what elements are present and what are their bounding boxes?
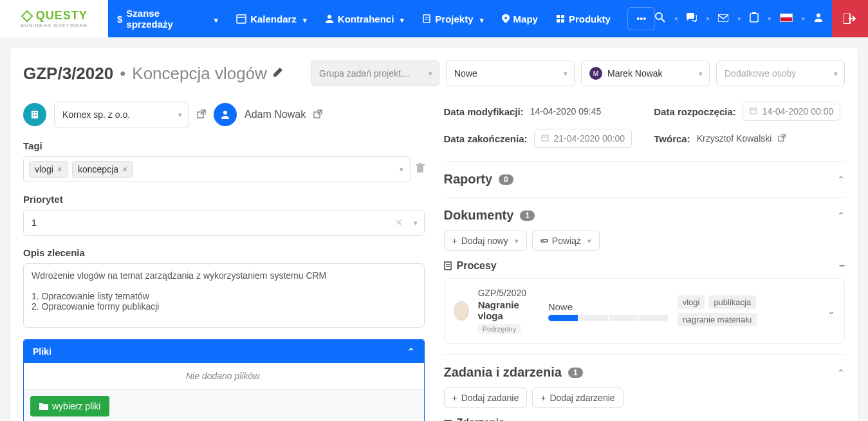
priority-label: Priorytet: [23, 194, 425, 205]
nav-contractors[interactable]: Kontrahenci: [316, 0, 414, 37]
process-avatar: [454, 301, 469, 321]
end-date-label: Data zakończenia:: [444, 133, 528, 144]
process-card[interactable]: GZP/5/2020 Nagranie vloga Podrzędny Nowe: [444, 278, 845, 344]
company-select[interactable]: Kornex sp. z o.o. ▾: [54, 102, 189, 127]
collapse-events[interactable]: −: [839, 417, 845, 421]
svg-point-10: [656, 13, 662, 19]
process-subtype: Podrzędny: [478, 324, 521, 334]
chevron-down-icon: [300, 14, 307, 24]
nav-maps[interactable]: Mapy: [493, 0, 547, 37]
choose-files-button[interactable]: wybierz pliki: [30, 396, 109, 416]
priority-select[interactable]: 1 × ▾: [23, 210, 425, 236]
reports-count-badge: 0: [499, 174, 513, 185]
svg-rect-27: [419, 163, 421, 164]
tasks-section-header[interactable]: Zadania i zdarzenia 1 ⌃: [444, 365, 845, 380]
nav-projects[interactable]: Projekty: [413, 0, 492, 37]
creator-label: Twórca:: [654, 133, 690, 144]
logout-icon: [844, 14, 856, 24]
documents-section-header[interactable]: Dokumenty 1 ⌃: [444, 208, 845, 223]
edit-title-button[interactable]: [273, 68, 282, 79]
calendar-icon: [236, 14, 246, 24]
clipboard-icon: [422, 14, 431, 23]
files-panel-header[interactable]: Pliki ⌃: [24, 340, 424, 363]
svg-rect-20: [33, 115, 34, 116]
external-link-creator[interactable]: [778, 133, 786, 144]
process-tag: publikacja: [708, 295, 756, 309]
start-date-input[interactable]: 14-04-2020 00:00: [743, 102, 841, 121]
user-icon[interactable]: [814, 13, 823, 24]
assignee-select[interactable]: M Marek Nowak ▾: [581, 61, 710, 86]
chevron-down-icon: ▾: [400, 165, 403, 174]
svg-rect-12: [718, 14, 728, 22]
chevron-down-icon: [212, 14, 218, 24]
svg-rect-21: [35, 115, 37, 116]
documents-count-badge: 1: [520, 210, 535, 221]
svg-rect-30: [542, 135, 548, 141]
delete-tags-button[interactable]: [416, 163, 425, 176]
start-date-label: Data rozpoczęcia:: [654, 106, 736, 117]
chevron-down-icon: ▾: [699, 70, 703, 78]
external-link-icon: [197, 109, 206, 118]
svg-rect-6: [557, 15, 560, 18]
nav-calendar[interactable]: Kalendarz: [227, 0, 316, 37]
tag-remove[interactable]: ×: [57, 164, 62, 174]
contact-name: Adam Nowak: [245, 109, 306, 120]
page-title: Koncepcja vlogów: [132, 64, 267, 84]
pencil-icon: [273, 68, 282, 77]
tag-chip: vlogi×: [29, 161, 68, 178]
calendar-icon: [750, 106, 757, 117]
modification-date-value: 14-04-2020 09:45: [530, 106, 602, 117]
add-task-button[interactable]: +Dodaj zadanie: [444, 388, 528, 408]
tasks-count-badge: 1: [568, 368, 583, 378]
tasks-icon[interactable]: [750, 12, 759, 25]
files-empty-text: Nie dodano plików.: [24, 363, 424, 389]
add-new-document-button[interactable]: +Dodaj nowy▾: [444, 230, 527, 251]
dollar-icon: $: [117, 14, 122, 24]
svg-rect-26: [416, 164, 425, 165]
svg-point-15: [817, 14, 820, 17]
svg-point-23: [223, 111, 227, 115]
nav-products[interactable]: Produkty: [547, 0, 620, 37]
svg-rect-13: [750, 14, 758, 22]
chevron-up-icon: ⌃: [837, 210, 845, 221]
chevron-up-icon: ⌃: [837, 368, 845, 378]
logo[interactable]: QUESTY BUSINESS SOFTWARE: [0, 0, 108, 37]
extra-people-select[interactable]: Dodatkowe osoby ▾: [716, 61, 845, 86]
tag-chip: koncepcja×: [72, 161, 133, 178]
language-flag[interactable]: [780, 13, 793, 24]
logo-subtitle: BUSINESS SOFTWARE: [21, 23, 88, 28]
external-link-icon: [778, 134, 786, 142]
clear-priority[interactable]: ×: [396, 217, 402, 229]
navbar: QUESTY BUSINESS SOFTWARE $Szanse sprzeda…: [0, 0, 868, 37]
nav-more-button[interactable]: •••: [627, 7, 656, 30]
external-link-company[interactable]: [197, 109, 206, 120]
add-event-button[interactable]: +Dodaj zdarzenie: [532, 388, 623, 408]
tag-remove[interactable]: ×: [122, 164, 127, 174]
chevron-down-icon: ▾: [587, 237, 591, 245]
search-icon[interactable]: [655, 12, 665, 25]
end-date-input[interactable]: 21-04-2020 00:00: [534, 129, 633, 148]
svg-point-2: [328, 15, 331, 19]
chevron-up-icon: ⌃: [407, 346, 415, 357]
group-select[interactable]: Grupa zadań projekt… ▾: [311, 61, 439, 86]
chat-icon[interactable]: [687, 13, 697, 24]
link-document-button[interactable]: Powiąż▾: [532, 230, 600, 251]
chevron-down-icon[interactable]: ⌄: [827, 306, 835, 316]
calendar-icon: [541, 133, 549, 144]
tags-input[interactable]: vlogi× koncepcja× ▾: [23, 156, 411, 182]
contact-icon: [214, 103, 237, 126]
svg-rect-33: [445, 262, 451, 270]
folder-icon: [39, 402, 48, 410]
external-link-contact[interactable]: [313, 109, 322, 120]
mail-icon[interactable]: [718, 13, 728, 24]
pin-icon: [502, 14, 510, 23]
reports-section-header[interactable]: Raporty 0 ⌃: [444, 172, 845, 187]
status-select[interactable]: Nowe ▾: [446, 61, 575, 86]
svg-rect-28: [750, 108, 757, 114]
description-textarea[interactable]: Wdrożenie vlogów na temat zarządzania z …: [23, 263, 425, 328]
collapse-processes[interactable]: −: [839, 260, 845, 272]
link-icon: [540, 237, 548, 245]
nav-sales[interactable]: $Szanse sprzedaży: [108, 0, 227, 37]
logout-button[interactable]: [832, 0, 868, 37]
nav-right: • • • • •: [655, 0, 868, 37]
